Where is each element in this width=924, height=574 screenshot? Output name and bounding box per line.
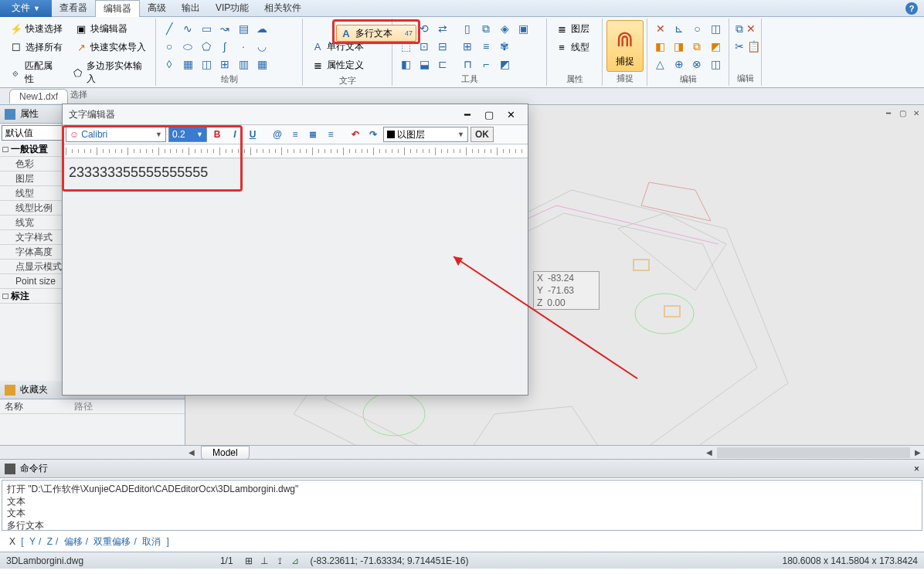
polygon-icon[interactable]: ⬠ xyxy=(198,38,215,55)
cmd-link-offset[interactable]: 偏移 xyxy=(61,536,86,547)
mtext-button[interactable]: A 多行文本 47 xyxy=(336,25,416,42)
align-center-icon[interactable]: ≣ xyxy=(305,127,321,142)
font-combo[interactable]: ☺Calibri▼ xyxy=(66,127,166,142)
bold-button[interactable]: B xyxy=(209,127,225,142)
tool-iconD[interactable]: ⊓ xyxy=(459,56,476,73)
edit-icon7[interactable]: ⧉ xyxy=(689,38,706,55)
tree-toggle-general[interactable]: □ xyxy=(0,144,11,155)
block-editor-button[interactable]: ▣块编辑器 xyxy=(71,20,131,38)
edit-icon3[interactable]: ○ xyxy=(689,20,706,37)
file-menu[interactable]: 文件 ▼ xyxy=(0,0,52,17)
edit-icon6[interactable]: ◨ xyxy=(671,38,688,55)
polygon-input-button[interactable]: ⬠多边形实体输入 xyxy=(68,57,151,88)
cmd-close-icon[interactable]: × xyxy=(914,464,919,474)
symbol-button[interactable]: @ xyxy=(270,127,285,142)
tool-icon6[interactable]: ⊡ xyxy=(416,38,433,55)
model-tab[interactable]: Model xyxy=(201,446,250,460)
arc-icon[interactable]: ◡ xyxy=(253,38,270,55)
delete-icon[interactable]: ✕ xyxy=(746,20,756,37)
circle-icon[interactable]: ○ xyxy=(161,38,178,55)
paste-icon[interactable]: 📋 xyxy=(746,38,761,55)
canvas-min-icon[interactable]: ━ xyxy=(882,107,895,119)
ortho-icon[interactable]: ⊥ xyxy=(258,555,270,567)
mirror-icon[interactable]: ⇄ xyxy=(434,20,451,37)
tool-icon1[interactable]: ▯ xyxy=(459,20,476,37)
tool-iconA[interactable]: ◧ xyxy=(397,56,414,73)
tool-iconE[interactable]: ⌐ xyxy=(477,56,494,73)
tool-stamp-icon[interactable]: ✾ xyxy=(496,38,513,55)
dialog-max-icon[interactable]: ▢ xyxy=(478,106,500,123)
ellipse-icon[interactable]: ⬭ xyxy=(179,38,196,55)
underline-button[interactable]: U xyxy=(245,127,260,142)
line-icon[interactable]: ╱ xyxy=(161,20,178,37)
draw-icon3[interactable]: ◫ xyxy=(198,56,215,73)
cmd-link-double[interactable]: 双重偏移 xyxy=(90,536,134,547)
scroll-left2-icon[interactable]: ◀ xyxy=(703,447,715,459)
redo-icon[interactable]: ↷ xyxy=(365,127,381,142)
hatch-icon[interactable]: ▤ xyxy=(235,20,252,37)
help-icon[interactable]: ? xyxy=(905,2,918,15)
edit-iconD[interactable]: ◫ xyxy=(707,56,724,73)
draw-icon5[interactable]: ▥ xyxy=(235,56,252,73)
italic-button[interactable]: I xyxy=(227,127,243,142)
canvas-max-icon[interactable]: ▢ xyxy=(896,107,909,119)
edit-icon8[interactable]: ◩ xyxy=(707,38,724,55)
menu-advanced[interactable]: 高级 xyxy=(140,0,174,17)
menu-vip[interactable]: VIP功能 xyxy=(208,0,256,17)
tool-icon2[interactable]: ⧉ xyxy=(477,20,494,37)
point-icon[interactable]: · xyxy=(235,38,252,55)
menu-editor[interactable]: 编辑器 xyxy=(95,0,140,17)
cmd-link-cancel[interactable]: 取消 xyxy=(139,536,164,547)
canvas-close-icon[interactable]: ✕ xyxy=(910,107,922,119)
tool-icon7[interactable]: ⊟ xyxy=(434,38,451,55)
copy-icon[interactable]: ⧉ xyxy=(734,20,744,37)
edit-icon5[interactable]: ◧ xyxy=(652,38,669,55)
quick-select-button[interactable]: ⚡快速选择 xyxy=(6,20,66,38)
tool-icon3[interactable]: ◈ xyxy=(496,20,513,37)
tree-toggle-annotate[interactable]: □ xyxy=(0,290,11,301)
tool-icon9[interactable]: ≡ xyxy=(477,38,494,55)
menu-output[interactable]: 输出 xyxy=(174,0,208,17)
tool-iconC[interactable]: ⊏ xyxy=(434,56,451,73)
scroll-right-icon[interactable]: ▶ xyxy=(912,447,924,459)
snap-button[interactable]: ⋒ 捕捉 xyxy=(606,20,644,72)
grid-icon[interactable]: ⊞ xyxy=(243,555,255,567)
menu-related[interactable]: 相关软件 xyxy=(256,0,309,17)
layer-button[interactable]: ≣图层 xyxy=(552,20,597,38)
layer-combo[interactable]: 以图层▼ xyxy=(383,127,468,142)
arrow-icon[interactable]: ↝ xyxy=(216,20,233,37)
linetype-button[interactable]: ≡线型 xyxy=(552,39,597,56)
tool-iconF[interactable]: ◩ xyxy=(496,56,513,73)
cmd-link-y[interactable]: Y xyxy=(26,536,39,547)
edit-icon4[interactable]: ◫ xyxy=(707,20,724,37)
text-editor-canvas[interactable]: 233333355555555555 xyxy=(63,158,528,395)
ok-button[interactable]: OK xyxy=(470,127,494,142)
edit-iconB[interactable]: ⊕ xyxy=(671,56,688,73)
tool-icon8[interactable]: ⊞ xyxy=(459,38,476,55)
match-props-button[interactable]: ⟐匹配属性 xyxy=(6,57,63,88)
dialog-close-icon[interactable]: ✕ xyxy=(500,106,521,123)
draw-icon2[interactable]: ▦ xyxy=(179,56,196,73)
edit-iconC[interactable]: ⊗ xyxy=(689,56,706,73)
attr-def-button[interactable]: ≣属性定义 xyxy=(307,56,387,74)
cloud-icon[interactable]: ☁ xyxy=(253,20,270,37)
draw-icon1[interactable]: ◊ xyxy=(161,56,178,73)
menu-viewer[interactable]: 查看器 xyxy=(52,0,95,17)
scroll-left-icon[interactable]: ◀ xyxy=(185,447,198,459)
align-right-icon[interactable]: ≡ xyxy=(323,127,338,142)
tool-icon4[interactable]: ▣ xyxy=(515,20,532,37)
align-left-icon[interactable]: ≡ xyxy=(287,127,303,142)
draw-icon4[interactable]: ⊞ xyxy=(216,56,233,73)
tool-iconB[interactable]: ⬓ xyxy=(416,56,433,73)
dialog-min-icon[interactable]: ━ xyxy=(457,106,478,123)
polyline-icon[interactable]: ∿ xyxy=(179,20,196,37)
cmd-prompt[interactable]: X [ Y/ Z/ 偏移/ 双重偏移/ 取消 ] xyxy=(0,532,924,552)
doc-tab-1[interactable]: New1.dxf xyxy=(9,89,68,104)
select-all-button[interactable]: ☐选择所有 xyxy=(6,39,66,56)
undo-icon[interactable]: ↶ xyxy=(348,127,363,142)
size-combo[interactable]: 0.2▼ xyxy=(168,127,207,142)
edit-icon2[interactable]: ⊾ xyxy=(671,20,688,37)
cut-icon[interactable]: ✂ xyxy=(734,38,745,55)
rotate-icon[interactable]: ⟲ xyxy=(416,20,433,37)
spline-icon[interactable]: ∫ xyxy=(216,38,233,55)
